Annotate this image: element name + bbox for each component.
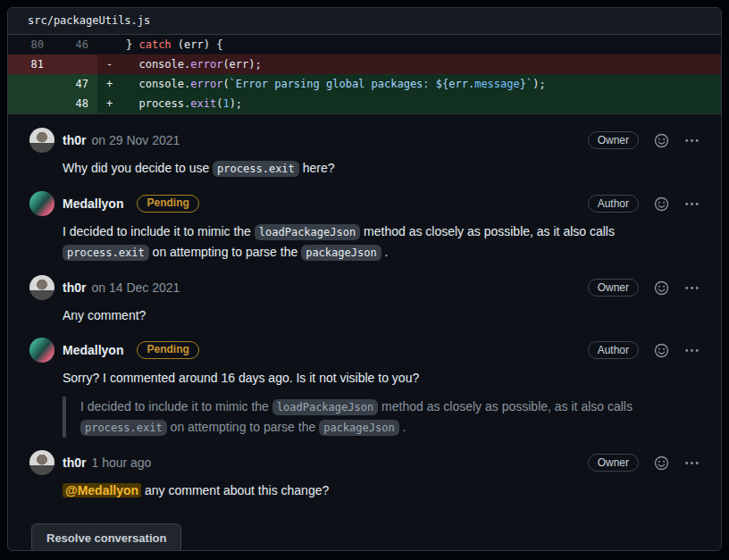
comment-author-link[interactable]: Medallyon <box>63 196 123 211</box>
code-token: ( <box>222 78 229 90</box>
comment-body: I decided to include it to mimic the loa… <box>63 221 696 263</box>
old-line-number[interactable]: 80 <box>8 35 53 54</box>
code-token: process. <box>126 97 190 110</box>
comment-text: Sorry? I commented around 16 days ago. I… <box>63 371 419 385</box>
comment-header: MedallyonPendingAuthor <box>29 191 700 216</box>
comment-timestamp-link[interactable]: on 29 Nov 2021 <box>91 133 180 147</box>
comment-author-link[interactable]: Medallyon <box>63 343 123 357</box>
inline-code-chip: process.exit <box>63 245 149 261</box>
code-token: message <box>474 78 520 90</box>
code-token: (err); <box>222 58 261 71</box>
comment-text: I decided to include it to mimic the <box>80 399 272 414</box>
code-token: (err) { <box>172 38 223 51</box>
comment-text: method as closely as possible, as it als… <box>360 224 615 238</box>
new-line-number[interactable]: 47 <box>53 74 97 94</box>
comment-header: th0r1 hour agoOwner <box>29 450 700 475</box>
comment: th0r1 hour agoOwner@Medallyon any commen… <box>29 450 700 500</box>
comment-text: . <box>381 245 389 259</box>
code-line: } catch (err) { <box>97 35 721 54</box>
comment-body: Sorry? I commented around 16 days ago. I… <box>63 368 696 438</box>
diff-marker: + <box>106 74 126 94</box>
comment-options-button[interactable] <box>684 343 700 358</box>
comment-text: method as closely as possible, as it als… <box>378 399 633 414</box>
comment-text: on attempting to parse the <box>167 420 319 434</box>
comment-author-link[interactable]: th0r <box>63 133 86 147</box>
comment: th0ron 29 Nov 2021OwnerWhy did you decid… <box>29 128 700 179</box>
comment: MedallyonPendingAuthorSorry? I commented… <box>29 338 700 438</box>
old-line-number[interactable]: 81 <box>8 54 53 74</box>
add-reaction-button[interactable] <box>654 343 669 358</box>
comment-text: I decided to include it to mimic the <box>63 224 255 238</box>
comment-body: Any comment? <box>63 305 696 325</box>
avatar[interactable] <box>29 338 54 363</box>
comment-text: any comment about this change? <box>141 483 329 497</box>
inline-code-chip: packageJson <box>319 420 398 436</box>
diff-line-deletion: 81- console.error(err); <box>8 54 721 74</box>
code-line: + console.error(`Error parsing global pa… <box>97 74 721 94</box>
code-token: error <box>190 58 222 71</box>
code-token: `Error parsing global packages: ${err. <box>230 78 475 90</box>
review-thread-card: src/packageUtils.js 8046 } catch (err) {… <box>7 7 722 551</box>
comment: MedallyonPendingAuthorI decided to inclu… <box>29 191 700 263</box>
user-mention-link[interactable]: @Medallyon <box>63 483 141 497</box>
resolve-conversation-button[interactable]: Resolve conversation <box>31 523 181 551</box>
comment-options-button[interactable] <box>684 133 700 148</box>
comment-text: Why did you decide to use <box>63 161 213 175</box>
code-token: } <box>126 38 138 51</box>
comment-timestamp-link[interactable]: on 14 Dec 2021 <box>91 280 180 295</box>
comment-author-link[interactable]: th0r <box>63 280 86 295</box>
new-line-number[interactable]: 48 <box>53 94 97 113</box>
diff-hunk: 8046 } catch (err) {81- console.error(er… <box>8 35 721 114</box>
diff-marker <box>106 35 126 54</box>
diff-line-context: 8046 } catch (err) { <box>8 35 721 54</box>
comment-text: on attempting to parse the <box>149 245 301 259</box>
inline-code-chip: process.exit <box>80 420 167 436</box>
inline-code-chip: loadPackageJson <box>255 224 360 240</box>
pending-badge: Pending <box>137 195 198 213</box>
comment-options-button[interactable] <box>684 280 700 296</box>
diff-line-addition: 47+ console.error(`Error parsing global … <box>8 74 721 94</box>
comment-text: Any comment? <box>63 308 146 322</box>
role-badge: Author <box>588 195 639 213</box>
code-line: + process.exit(1); <box>97 94 721 113</box>
comment-author-link[interactable]: th0r <box>63 456 86 470</box>
add-reaction-button[interactable] <box>654 456 669 471</box>
file-header: src/packageUtils.js <box>8 8 721 35</box>
code-token: }` <box>520 78 532 90</box>
file-path: src/packageUtils.js <box>28 14 150 27</box>
avatar[interactable] <box>29 128 54 153</box>
old-line-number[interactable] <box>8 94 53 113</box>
inline-code-chip: packageJson <box>301 245 381 261</box>
comment-header: th0ron 29 Nov 2021Owner <box>29 128 700 153</box>
code-line: - console.error(err); <box>97 54 721 74</box>
add-reaction-button[interactable] <box>654 133 669 148</box>
comment-header: th0ron 14 Dec 2021Owner <box>29 275 700 300</box>
pending-badge: Pending <box>137 341 198 359</box>
avatar[interactable] <box>29 275 54 300</box>
code-token: catch <box>138 38 171 51</box>
role-badge: Owner <box>588 454 639 472</box>
new-line-number[interactable] <box>53 54 97 74</box>
diff-marker: + <box>106 94 126 113</box>
code-token: console. <box>126 78 190 90</box>
code-token: exit <box>190 97 216 110</box>
role-badge: Author <box>588 341 639 359</box>
comment-options-button[interactable] <box>684 456 700 471</box>
comment-body: Why did you decide to use process.exit h… <box>63 158 696 179</box>
add-reaction-button[interactable] <box>654 196 669 212</box>
old-line-number[interactable] <box>8 74 53 94</box>
diff-marker: - <box>106 54 126 74</box>
new-line-number[interactable]: 46 <box>53 35 97 54</box>
comment-timestamp-link[interactable]: 1 hour ago <box>91 456 151 470</box>
comment-header: MedallyonPendingAuthor <box>29 338 700 363</box>
comment-options-button[interactable] <box>684 196 700 212</box>
avatar[interactable] <box>29 191 54 216</box>
add-reaction-button[interactable] <box>654 280 669 296</box>
avatar[interactable] <box>29 450 54 475</box>
comment-text: . <box>399 420 406 434</box>
inline-code-chip: process.exit <box>213 161 299 177</box>
comment-text: here? <box>299 161 335 175</box>
code-token: ); <box>230 97 242 110</box>
comment-thread: th0ron 29 Nov 2021OwnerWhy did you decid… <box>8 114 721 500</box>
code-token: console. <box>126 58 190 71</box>
